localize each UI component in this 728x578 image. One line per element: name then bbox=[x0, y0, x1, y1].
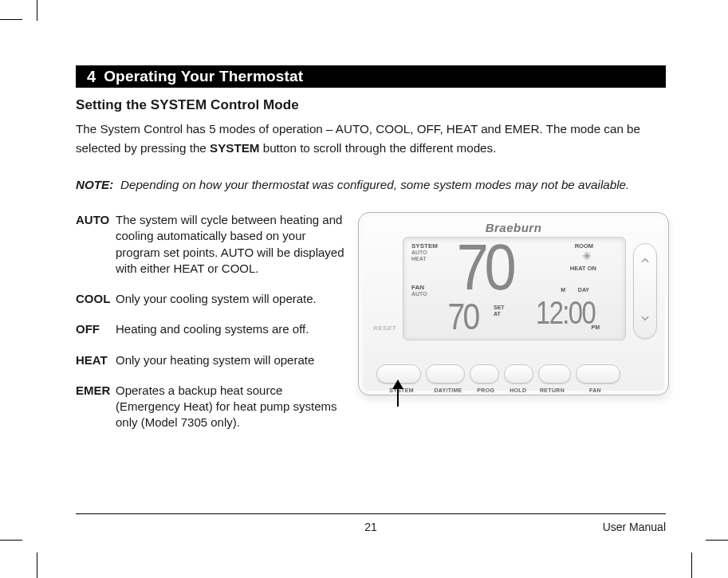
intro-paragraph: The System Control has 5 modes of operat… bbox=[76, 120, 666, 157]
mode-row: OFF Heating and cooling systems are off. bbox=[76, 321, 347, 337]
mode-row: EMER Operates a backup heat source (Emer… bbox=[76, 383, 347, 431]
crop-mark bbox=[0, 19, 22, 20]
intro-bold: SYSTEM bbox=[210, 141, 259, 155]
crop-mark bbox=[37, 552, 37, 578]
lcd-heat-on: HEAT ON bbox=[570, 265, 596, 272]
button-label-row: SYSTEM DAY/TIME PROG HOLD RETURN FAN bbox=[376, 387, 620, 393]
crop-mark bbox=[0, 540, 22, 541]
mode-term: COOL bbox=[76, 291, 116, 307]
button-label: FAN bbox=[570, 387, 620, 393]
mode-desc: Heating and cooling systems are off. bbox=[116, 321, 347, 337]
thermostat-button-fan bbox=[576, 364, 620, 383]
button-label: DAY/TIME bbox=[427, 387, 470, 393]
mode-term: EMER bbox=[76, 383, 116, 431]
lcd-m-label: M bbox=[561, 287, 565, 293]
up-down-rocker bbox=[633, 243, 657, 339]
lcd-room-label: ROOM bbox=[575, 242, 593, 250]
mode-desc: Only your cooling system will operate. bbox=[116, 291, 347, 307]
crop-mark bbox=[37, 0, 37, 21]
snowflake-icon bbox=[582, 250, 592, 259]
page-footer: 21 User Manual bbox=[76, 521, 666, 533]
button-label: PROG bbox=[470, 387, 502, 393]
thermostat-button-daytime bbox=[426, 364, 465, 383]
footer-rule bbox=[76, 513, 666, 514]
chevron-up-icon bbox=[639, 255, 651, 269]
note-text: Depending on how your thermostat was con… bbox=[120, 178, 666, 191]
mode-desc: The system will cycle between heating an… bbox=[116, 212, 347, 277]
lcd-set-temp: 70 bbox=[447, 295, 478, 338]
lcd-system-heat: HEAT bbox=[411, 256, 427, 261]
lcd-fan-mode: AUTO bbox=[411, 291, 427, 297]
arrow-up-icon bbox=[390, 379, 406, 411]
lcd-day-label: DAY bbox=[578, 287, 589, 293]
lcd-fan-label: FAN bbox=[411, 284, 424, 291]
section-title: Operating Your Thermostat bbox=[104, 68, 303, 85]
mode-term: AUTO bbox=[76, 212, 116, 277]
mode-row: COOL Only your cooling system will opera… bbox=[76, 291, 347, 307]
page-number: 21 bbox=[364, 521, 377, 533]
section-header: 4 Operating Your Thermostat bbox=[76, 65, 666, 88]
thermostat-button-prog bbox=[470, 364, 499, 383]
mode-term: HEAT bbox=[76, 352, 116, 368]
device-brand: Braeburn bbox=[359, 221, 668, 234]
thermostat-illustration: Braeburn RESET SYSTEM AUTO HEAT FAN AUTO… bbox=[358, 212, 666, 419]
lcd-system-auto: AUTO bbox=[411, 250, 427, 255]
crop-mark bbox=[706, 540, 728, 541]
lcd-pm: PM bbox=[592, 324, 600, 330]
mode-row: HEAT Only your heating system will opera… bbox=[76, 352, 347, 368]
sub-heading: Setting the SYSTEM Control Mode bbox=[76, 97, 666, 113]
intro-text-b: button to scroll through the different m… bbox=[259, 141, 496, 155]
button-label: HOLD bbox=[502, 387, 535, 393]
lcd-system-label: SYSTEM bbox=[411, 242, 438, 250]
chevron-down-icon bbox=[639, 313, 651, 327]
note-label: NOTE: bbox=[76, 178, 120, 191]
crop-mark bbox=[691, 552, 692, 578]
mode-desc: Only your heating system will operate bbox=[116, 352, 347, 368]
lcd-screen: SYSTEM AUTO HEAT FAN AUTO ROOM HEAT ON M… bbox=[403, 237, 626, 340]
svg-marker-5 bbox=[392, 379, 403, 389]
lcd-set-at: SET AT bbox=[494, 305, 505, 317]
note-row: NOTE: Depending on how your thermostat w… bbox=[76, 178, 666, 191]
thermostat-button-hold bbox=[504, 364, 533, 383]
mode-list: AUTO The system will cycle between heati… bbox=[76, 212, 347, 446]
mode-term: OFF bbox=[76, 321, 116, 337]
reset-label: RESET bbox=[373, 324, 396, 332]
doc-title: User Manual bbox=[603, 521, 666, 533]
button-label: RETURN bbox=[534, 387, 570, 393]
mode-desc: Operates a backup heat source (Emergency… bbox=[116, 383, 347, 431]
mode-row: AUTO The system will cycle between heati… bbox=[76, 212, 347, 277]
thermostat-button-return bbox=[538, 364, 571, 383]
button-row bbox=[376, 364, 620, 383]
lcd-clock: 12:00 bbox=[536, 295, 595, 331]
section-number: 4 bbox=[76, 68, 104, 86]
